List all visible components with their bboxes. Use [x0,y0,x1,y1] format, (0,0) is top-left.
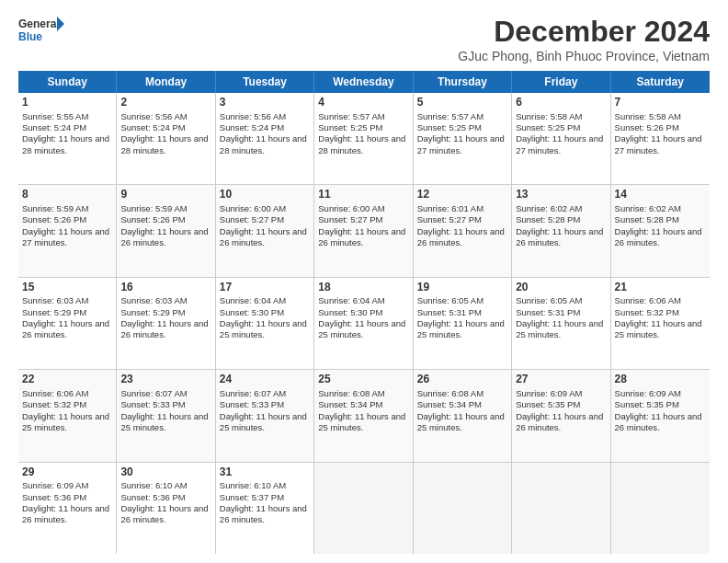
table-row: 17Sunrise: 6:04 AMSunset: 5:30 PMDayligh… [216,278,314,369]
svg-text:General: General [18,17,60,30]
daylight: Daylight: 11 hours and 25 minutes. [220,411,307,432]
sunrise: Sunrise: 6:05 AM [417,295,483,305]
day-monday: Monday [117,71,215,93]
sunset: Sunset: 5:37 PM [220,492,284,502]
daylight: Daylight: 11 hours and 25 minutes. [318,411,405,432]
table-row: 30Sunrise: 6:10 AMSunset: 5:36 PMDayligh… [117,463,215,554]
day-number: 13 [516,188,606,202]
table-row [414,463,512,554]
sunrise: Sunrise: 6:02 AM [516,203,582,213]
day-number: 21 [615,281,706,295]
daylight: Daylight: 11 hours and 25 minutes. [220,318,307,339]
sunset: Sunset: 5:27 PM [220,214,284,224]
sunrise: Sunrise: 6:04 AM [318,295,384,305]
day-saturday: Saturday [611,71,710,93]
daylight: Daylight: 11 hours and 25 minutes. [417,318,505,339]
sunrise: Sunrise: 6:06 AM [22,388,88,398]
sunrise: Sunrise: 6:10 AM [120,480,187,490]
table-row: 7Sunrise: 5:58 AMSunset: 5:26 PMDaylight… [611,93,710,184]
sunrise: Sunrise: 6:08 AM [417,388,483,398]
table-row: 12Sunrise: 6:01 AMSunset: 5:27 PMDayligh… [414,185,512,276]
daylight: Daylight: 11 hours and 27 minutes. [22,226,109,247]
day-number: 20 [516,281,606,295]
sunrise: Sunrise: 6:05 AM [516,295,582,305]
sunrise: Sunrise: 6:09 AM [615,388,681,398]
day-sunday: Sunday [18,71,117,93]
day-number: 31 [220,465,310,480]
day-number: 14 [615,188,706,202]
table-row: 15Sunrise: 6:03 AMSunset: 5:29 PMDayligh… [18,278,117,369]
daylight: Daylight: 11 hours and 27 minutes. [417,133,505,155]
sunset: Sunset: 5:30 PM [318,307,382,317]
table-row: 6Sunrise: 5:58 AMSunset: 5:25 PMDaylight… [512,93,610,184]
table-row [314,463,413,554]
sunset: Sunset: 5:31 PM [417,307,482,317]
sunrise: Sunrise: 5:57 AM [318,111,384,121]
day-number: 3 [220,96,310,110]
sunset: Sunset: 5:27 PM [318,214,382,224]
table-row [512,463,610,554]
sunrise: Sunrise: 6:08 AM [318,388,384,398]
day-number: 30 [120,465,210,480]
day-number: 9 [120,188,210,202]
page: General Blue December 2024 GJuc Phong, B… [0,0,728,563]
sunrise: Sunrise: 6:03 AM [22,295,88,305]
sunset: Sunset: 5:33 PM [120,399,185,409]
table-row: 27Sunrise: 6:09 AMSunset: 5:35 PMDayligh… [512,370,610,461]
sunrise: Sunrise: 6:09 AM [22,480,88,490]
day-number: 10 [220,188,310,202]
sunrise: Sunrise: 5:56 AM [120,111,187,121]
table-row: 29Sunrise: 6:09 AMSunset: 5:36 PMDayligh… [18,463,117,554]
title-block: December 2024 GJuc Phong, Binh Phuoc Pro… [458,15,710,63]
daylight: Daylight: 11 hours and 26 minutes. [516,226,603,247]
day-number: 25 [318,373,408,387]
daylight: Daylight: 11 hours and 26 minutes. [417,226,505,247]
table-row [611,463,710,554]
table-row: 19Sunrise: 6:05 AMSunset: 5:31 PMDayligh… [414,278,512,369]
table-row: 28Sunrise: 6:09 AMSunset: 5:35 PMDayligh… [611,370,710,461]
table-row: 20Sunrise: 6:05 AMSunset: 5:31 PMDayligh… [512,278,610,369]
svg-marker-2 [57,17,64,31]
table-row: 13Sunrise: 6:02 AMSunset: 5:28 PMDayligh… [512,185,610,276]
sunrise: Sunrise: 6:06 AM [615,295,681,305]
sunset: Sunset: 5:34 PM [318,399,382,409]
day-number: 8 [22,188,112,202]
day-number: 15 [22,281,112,295]
day-number: 27 [516,373,606,387]
sunrise: Sunrise: 6:02 AM [615,203,681,213]
table-row: 23Sunrise: 6:07 AMSunset: 5:33 PMDayligh… [117,370,215,461]
day-number: 16 [120,281,210,295]
table-row: 22Sunrise: 6:06 AMSunset: 5:32 PMDayligh… [18,370,117,461]
sunset: Sunset: 5:27 PM [417,214,482,224]
day-number: 18 [318,281,408,295]
sunset: Sunset: 5:26 PM [615,122,679,132]
sunset: Sunset: 5:36 PM [120,492,185,502]
calendar-header: Sunday Monday Tuesday Wednesday Thursday… [18,71,710,93]
table-row: 2Sunrise: 5:56 AMSunset: 5:24 PMDaylight… [117,93,215,184]
day-number: 24 [220,373,310,387]
day-number: 23 [120,373,210,387]
svg-text:Blue: Blue [18,30,42,43]
daylight: Daylight: 11 hours and 26 minutes. [615,411,702,432]
day-number: 2 [120,96,210,110]
sunrise: Sunrise: 5:58 AM [615,111,681,121]
daylight: Daylight: 11 hours and 28 minutes. [318,133,405,155]
sunset: Sunset: 5:33 PM [220,399,284,409]
daylight: Daylight: 11 hours and 25 minutes. [516,318,603,339]
sunset: Sunset: 5:36 PM [22,492,86,502]
sunset: Sunset: 5:26 PM [120,214,185,224]
sunset: Sunset: 5:32 PM [615,307,679,317]
table-row: 21Sunrise: 6:06 AMSunset: 5:32 PMDayligh… [611,278,710,369]
table-row: 24Sunrise: 6:07 AMSunset: 5:33 PMDayligh… [216,370,314,461]
daylight: Daylight: 11 hours and 25 minutes. [318,318,405,339]
sunrise: Sunrise: 5:56 AM [220,111,286,121]
calendar: Sunday Monday Tuesday Wednesday Thursday… [18,71,710,554]
daylight: Daylight: 11 hours and 25 minutes. [22,411,109,432]
table-row: 14Sunrise: 6:02 AMSunset: 5:28 PMDayligh… [611,185,710,276]
sunset: Sunset: 5:34 PM [417,399,482,409]
table-row: 25Sunrise: 6:08 AMSunset: 5:34 PMDayligh… [314,370,413,461]
daylight: Daylight: 11 hours and 28 minutes. [22,133,109,155]
daylight: Daylight: 11 hours and 25 minutes. [615,318,702,339]
table-row: 5Sunrise: 5:57 AMSunset: 5:25 PMDaylight… [414,93,512,184]
location: GJuc Phong, Binh Phuoc Province, Vietnam [458,49,710,63]
